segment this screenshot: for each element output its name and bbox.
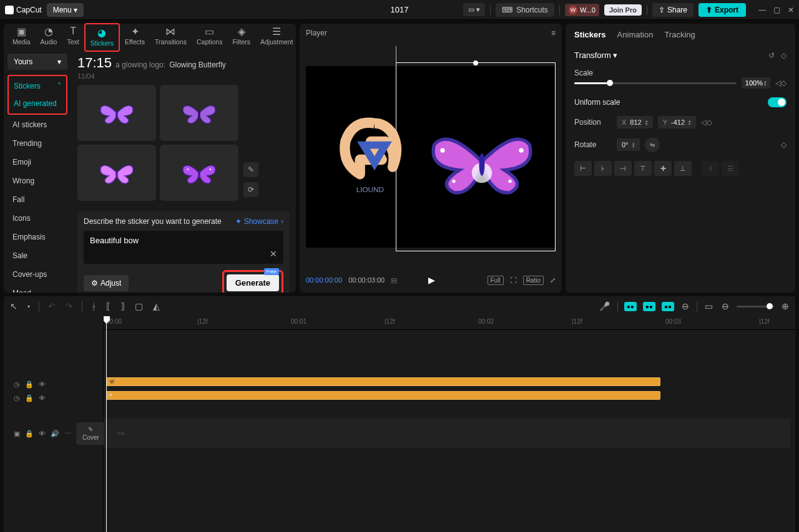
position-x-input[interactable]: X812▴▾: [617, 116, 653, 128]
redo-button[interactable]: ↷: [64, 300, 74, 312]
position-keyframe-icon[interactable]: ◁◇: [701, 118, 712, 127]
keyframe-nav-icon[interactable]: ◇: [781, 51, 787, 60]
lock-icon[interactable]: 🔒: [25, 430, 34, 438]
cursor-tool[interactable]: ↖: [9, 300, 19, 312]
sidebar-item-emphasis[interactable]: Emphasis: [7, 228, 67, 246]
tab-media[interactable]: ▣Media: [7, 23, 36, 52]
list-icon[interactable]: ▤: [391, 276, 397, 284]
align-hcenter[interactable]: ⊦: [594, 161, 612, 176]
crop-icon[interactable]: ⛶: [510, 276, 517, 284]
shortcuts-button[interactable]: ⌨ Shortcuts: [496, 3, 554, 17]
play-button[interactable]: ▶: [428, 275, 435, 285]
sidebar-item-trending[interactable]: Trending: [7, 135, 67, 152]
magnet-icon[interactable]: ⊖: [680, 300, 690, 312]
shuffle-icon[interactable]: ✕: [270, 249, 277, 259]
eye-icon[interactable]: 👁: [39, 394, 46, 402]
speaker-icon[interactable]: 🔊: [51, 430, 59, 438]
prompt-input[interactable]: [90, 236, 240, 245]
clock-icon[interactable]: ◷: [14, 394, 20, 402]
align-vcenter[interactable]: ✚: [654, 161, 672, 176]
sidebar-item-ai-stickers[interactable]: AI stickers: [7, 116, 67, 133]
close-icon[interactable]: ✕: [788, 6, 794, 14]
zoom-slider[interactable]: [737, 306, 774, 307]
scale-value[interactable]: 100%▴▾: [742, 77, 770, 89]
expand-icon[interactable]: ⤢: [550, 276, 556, 284]
add-track-icon[interactable]: ▭: [117, 428, 124, 437]
sidebar-item-sale[interactable]: Sale: [7, 247, 67, 264]
tab-effects[interactable]: ✦Effects: [120, 23, 150, 52]
sidebar-item-mood[interactable]: Mood: [7, 284, 67, 293]
sticker-result-3[interactable]: [77, 145, 156, 201]
tab-audio[interactable]: ◔Audio: [36, 23, 62, 52]
mic-icon[interactable]: 🎤: [598, 300, 611, 312]
sidebar-item-emoji[interactable]: Emoji: [7, 153, 67, 171]
uniform-scale-toggle[interactable]: [768, 97, 787, 107]
sticker-result-4[interactable]: [160, 145, 238, 201]
rotate-input[interactable]: 0°▴▾: [617, 138, 640, 151]
delete-button[interactable]: ▢: [134, 300, 144, 312]
video-track-icon[interactable]: ▣: [14, 430, 20, 438]
timeline-tracks[interactable]: 00:00 |12f 00:01 |12f 00:02 |12f 00:03 |…: [104, 316, 795, 532]
clock-icon[interactable]: ◷: [14, 380, 20, 389]
sidebar-item-coverups[interactable]: Cover-ups: [7, 266, 67, 283]
inspector-tab-animation[interactable]: Animation: [617, 30, 654, 42]
eye-icon[interactable]: 👁: [39, 430, 46, 437]
sidebar-item-ai-generated[interactable]: AI generated: [9, 95, 66, 112]
tab-stickers[interactable]: ◕Stickers: [84, 23, 120, 52]
tab-captions[interactable]: ▭Captions: [192, 23, 227, 52]
distribute-h[interactable]: ⫴: [702, 161, 719, 176]
sidebar-item-stickers[interactable]: Stickers˄: [9, 77, 66, 95]
time-ruler[interactable]: 00:00 |12f 00:01 |12f 00:02 |12f 00:03 |…: [104, 316, 795, 330]
align-bottom[interactable]: ⊥: [674, 161, 692, 176]
aspect-display-button[interactable]: ▭ ▾: [463, 3, 485, 16]
lock-icon[interactable]: 🔒: [25, 380, 34, 389]
scale-slider[interactable]: [574, 82, 737, 84]
mirror-button[interactable]: ◭: [152, 300, 161, 312]
cursor-dropdown[interactable]: ▾: [26, 302, 31, 311]
eye-icon[interactable]: 👁: [39, 380, 46, 388]
rotate-keyframe-icon[interactable]: ◇: [781, 140, 787, 149]
minimize-icon[interactable]: —: [758, 6, 766, 14]
sticker-clip-2[interactable]: ✦: [106, 391, 660, 400]
more-icon[interactable]: ⋯: [64, 430, 71, 438]
yours-dropdown[interactable]: Yours▾: [7, 54, 67, 70]
position-y-input[interactable]: Y-412▴▾: [658, 116, 696, 128]
join-pro-button[interactable]: Join Pro: [604, 4, 642, 16]
adjust-button[interactable]: ⚙ Adjust: [84, 275, 129, 291]
menu-button[interactable]: Menu ▾: [47, 3, 84, 17]
align-top[interactable]: ⊤: [634, 161, 652, 176]
generate-button[interactable]: Generate: [227, 274, 279, 291]
regenerate-button[interactable]: ⟳: [243, 182, 258, 197]
zoom-in-button[interactable]: ⊕: [780, 300, 790, 312]
flip-horizontal-button[interactable]: ⇋: [645, 137, 660, 152]
snap-toggle-1[interactable]: ●●: [624, 302, 637, 311]
tab-filters[interactable]: ◈Filters: [227, 23, 255, 52]
snap-toggle-3[interactable]: ●●: [662, 302, 674, 311]
undo-button[interactable]: ↶: [47, 300, 57, 312]
playhead[interactable]: [106, 316, 107, 532]
cover-button[interactable]: ✎Cover: [76, 422, 105, 445]
lock-icon[interactable]: 🔒: [25, 394, 34, 402]
maximize-icon[interactable]: ▢: [773, 6, 780, 14]
sticker-result-1[interactable]: [77, 85, 156, 141]
sticker-clip-1[interactable]: 🦋: [106, 377, 660, 386]
reset-transform-icon[interactable]: ↺: [768, 51, 775, 60]
preview-icon[interactable]: ▭: [703, 300, 714, 312]
player-canvas[interactable]: LIOUND: [306, 66, 556, 248]
trim-left-button[interactable]: ⟦: [105, 300, 112, 312]
player-menu-icon[interactable]: ≡: [551, 29, 556, 37]
scale-keyframe-icon[interactable]: ◁◇: [775, 79, 787, 87]
share-button[interactable]: ⇪ Share: [652, 3, 694, 17]
tab-adjustment[interactable]: ☰Adjustment: [255, 23, 298, 52]
ratio-button[interactable]: Ratio: [523, 276, 544, 285]
sidebar-item-fall[interactable]: Fall: [7, 191, 67, 208]
sidebar-item-wrong[interactable]: Wrong: [7, 172, 67, 190]
export-button[interactable]: ⬆ Export: [699, 3, 746, 17]
split-button[interactable]: ⟊: [90, 300, 97, 312]
tab-transitions[interactable]: ⋈Transitions: [150, 23, 192, 52]
distribute-v[interactable]: ☰: [722, 161, 739, 176]
zoom-out-button[interactable]: ⊖: [720, 300, 730, 312]
user-badge[interactable]: WW...0: [565, 4, 599, 16]
trim-right-button[interactable]: ⟧: [119, 300, 126, 312]
inspector-tab-tracking[interactable]: Tracking: [664, 30, 695, 42]
